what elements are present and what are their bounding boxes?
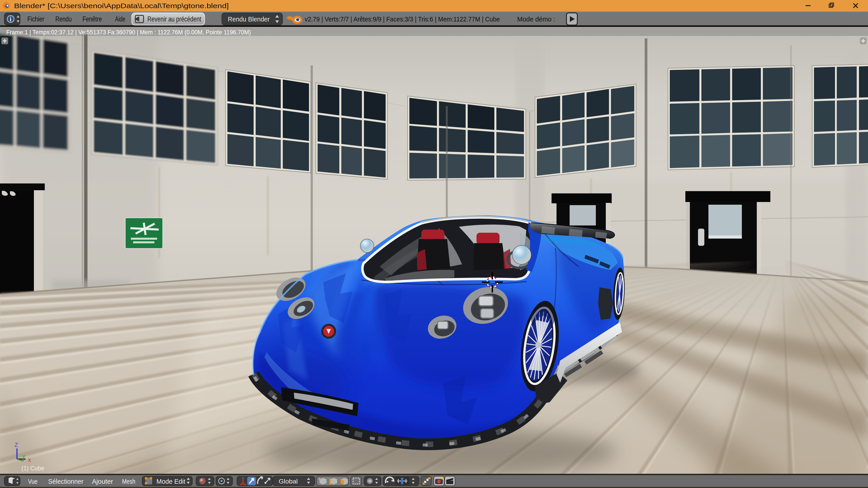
svg-text:Mode Edit: Mode Edit: [156, 478, 185, 485]
svg-text:Fenêtre: Fenêtre: [83, 15, 102, 23]
svg-text:x: x: [28, 456, 31, 463]
svg-text:Rendu: Rendu: [55, 15, 72, 23]
svg-text:Ajouter: Ajouter: [92, 478, 113, 485]
svg-text:Rendu Blender: Rendu Blender: [228, 15, 270, 23]
svg-text:(1) Cube: (1) Cube: [22, 465, 44, 472]
svg-text:Global: Global: [279, 478, 298, 485]
svg-text:Fichier: Fichier: [27, 15, 44, 23]
svg-text:Blender* [C:\Users\benoi\AppDa: Blender* [C:\Users\benoi\AppData\Local\T…: [14, 2, 229, 9]
svg-text:Revenir au précédent: Revenir au précédent: [147, 15, 201, 23]
svg-text:Mode démo :: Mode démo :: [517, 15, 555, 23]
svg-text:Aide: Aide: [115, 15, 125, 23]
svg-text:v2.79 | Verts:7/7 | Arêtes:9/9: v2.79 | Verts:7/7 | Arêtes:9/9 | Faces:3…: [305, 15, 500, 23]
svg-text:Vue: Vue: [28, 478, 37, 485]
svg-text:Sélectionner: Sélectionner: [48, 478, 84, 485]
svg-text:Mesh: Mesh: [122, 478, 135, 485]
svg-text:Frame:1 | Temps:02:37.12 | Ve:: Frame:1 | Temps:02:37.12 | Ve:551373 Fa:…: [6, 29, 251, 36]
svg-text:Z: Z: [14, 442, 18, 448]
svg-text:y: y: [22, 453, 25, 459]
svg-text:i: i: [10, 16, 11, 23]
